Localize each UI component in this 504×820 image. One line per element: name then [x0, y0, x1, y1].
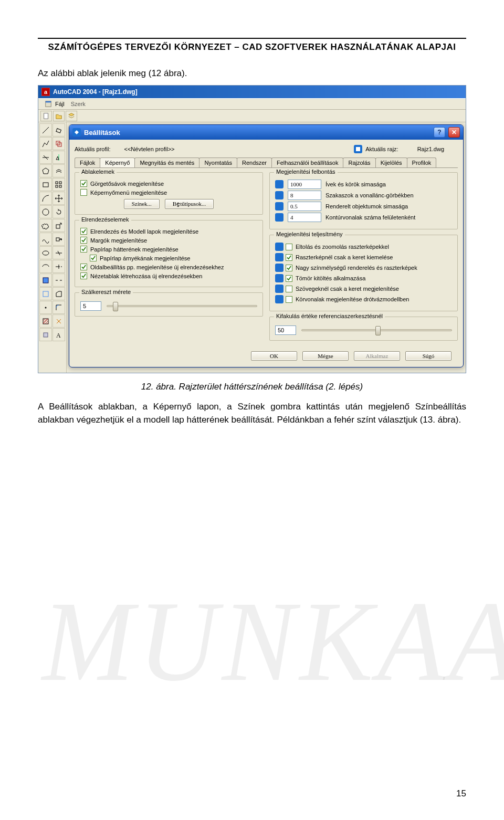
- extend-icon: [52, 260, 65, 273]
- explode-icon: [52, 314, 65, 328]
- doc-header-title: SZÁMÍTÓGÉPES TERVEZŐI KÖRNYEZET – CAD SZ…: [38, 42, 466, 52]
- tab-kepernyo[interactable]: Képernyő: [100, 157, 135, 168]
- chk-perf2[interactable]: [286, 254, 292, 261]
- chk-layout6[interactable]: [80, 272, 87, 279]
- tab-kijeloles[interactable]: Kijelölés: [375, 157, 407, 167]
- mirror-icon: [52, 151, 65, 164]
- res-icon-4: [275, 213, 284, 222]
- svg-rect-2: [44, 113, 48, 119]
- dialog-title-text: Beállítások: [84, 129, 120, 136]
- apply-button[interactable]: Alkalmaz: [354, 351, 400, 361]
- rotate-icon: [52, 205, 65, 218]
- perf-icon-2: [275, 253, 284, 261]
- res-input-3[interactable]: 0.5: [288, 202, 321, 211]
- group-layout-elements: Elrendezéselemek Elrendezés és Modell la…: [75, 220, 263, 287]
- acad-toolbar: [38, 110, 466, 122]
- toolbar-layers-icon: [66, 111, 77, 121]
- toolbar-new-icon: [40, 111, 52, 121]
- crosshair-input[interactable]: 5: [80, 301, 101, 311]
- tab-rendszer[interactable]: Rendszer: [237, 157, 272, 167]
- drawing-icon: [354, 145, 362, 153]
- chk-perf2-label: Raszterképnél csak a keret kiemelése: [296, 254, 393, 260]
- svg-rect-17: [43, 278, 48, 283]
- chk-scrollbars[interactable]: [80, 180, 87, 187]
- active-drawing-label: Aktuális rajz:: [365, 146, 398, 152]
- ok-button[interactable]: OK: [251, 351, 297, 361]
- fade-input[interactable]: 50: [275, 325, 296, 335]
- ellipse-arc-icon: [39, 260, 52, 273]
- fonts-button[interactable]: Be̱tűtípusok...: [165, 199, 214, 209]
- fade-slider[interactable]: [301, 329, 452, 331]
- chk-perf3[interactable]: [286, 265, 292, 271]
- tab-fajlok[interactable]: Fájlok: [75, 157, 100, 167]
- acad-window-title: AutoCAD 2004 - [Rajz1.dwg]: [53, 88, 138, 96]
- text-A-icon: A: [52, 328, 65, 341]
- res-input-2[interactable]: 8: [288, 191, 321, 200]
- res-label-3: Renderelt objektumok simasága: [326, 203, 452, 209]
- revision-cloud-icon: [39, 219, 52, 232]
- acad-window-titlebar: a AutoCAD 2004 - [Rajz1.dwg]: [38, 86, 466, 98]
- chk-perf6-label: Körvonalak megjelenítése drótvázmodellbe…: [296, 296, 409, 302]
- group-resolution: Megjelenítési felbontás 1000Ívek és körö…: [269, 172, 458, 229]
- svg-point-16: [43, 251, 49, 255]
- chk-layout5[interactable]: [80, 264, 87, 270]
- tab-rajzolas[interactable]: Rajzolás: [343, 157, 375, 167]
- chk-perf5-label: Szövegeknél csak a keret megjelenítése: [296, 286, 399, 292]
- fillet-icon: [52, 301, 65, 314]
- crosshair-slider[interactable]: [107, 305, 257, 307]
- svg-point-13: [43, 209, 49, 215]
- screenshot-figure: a AutoCAD 2004 - [Rajz1.dwg] Fájl Szerk: [38, 85, 466, 373]
- make-block-icon: [39, 287, 52, 300]
- chk-layout2[interactable]: [80, 237, 87, 244]
- tab-profilok[interactable]: Profilok: [407, 157, 437, 167]
- group-performance-title: Megjelenítési teljesítmény: [274, 231, 345, 237]
- res-label-4: Kontúrvonalak száma felületenként: [326, 214, 452, 220]
- perf-icon-3: [275, 264, 284, 272]
- res-input-4[interactable]: 4: [288, 213, 321, 222]
- offset-icon: [52, 164, 65, 177]
- hatch-icon: [39, 314, 52, 328]
- chk-perf1-label: Eltolás és zoomolás raszterképekkel: [296, 244, 389, 250]
- crosshair-slider-thumb[interactable]: [113, 302, 118, 311]
- tab-nyomtatas[interactable]: Nyomtatás: [199, 157, 237, 167]
- group-crosshair-title: Szálkereszt mérete: [79, 289, 133, 295]
- svg-rect-9: [56, 182, 58, 184]
- intro-text: Az alábbi ablak jelenik meg (12 ábra).: [38, 68, 466, 79]
- perf-icon-6: [275, 295, 284, 303]
- chamfer-icon: [52, 287, 65, 300]
- rectangle-icon: [39, 178, 52, 191]
- res-label-1: Ívek és körök simasága: [326, 181, 452, 187]
- perf-icon-4: [275, 274, 284, 282]
- tab-megnyitas[interactable]: Megnyitás és mentés: [134, 157, 200, 167]
- chk-screenmenu[interactable]: [80, 189, 87, 196]
- group-fade: Kifakulás értéke referenciaszerkesztésné…: [269, 317, 458, 341]
- chk-scrollbars-label: Görgetősávok megjelenítése: [90, 181, 164, 187]
- chk-perf6[interactable]: [286, 296, 292, 303]
- cancel-button[interactable]: Mégse: [302, 351, 349, 361]
- svg-rect-10: [59, 182, 61, 184]
- construction-line-icon: [39, 151, 52, 164]
- chk-layout1[interactable]: [80, 228, 87, 235]
- chk-layout4[interactable]: [90, 255, 97, 261]
- chk-perf4[interactable]: [286, 275, 292, 282]
- svg-line-3: [43, 127, 49, 133]
- insert-block-icon: [39, 274, 52, 287]
- erase-icon: [52, 123, 65, 136]
- dialog-titlebar: Beállítások ? ✕: [69, 125, 463, 140]
- chk-perf4-label: Tömör kitöltés alkalmazása: [296, 275, 365, 281]
- chk-layout3[interactable]: [80, 246, 87, 253]
- chk-perf1[interactable]: [286, 244, 292, 250]
- window-close-button[interactable]: ✕: [448, 127, 460, 138]
- help-button[interactable]: Súgó: [405, 351, 452, 361]
- window-help-button[interactable]: ?: [434, 127, 445, 138]
- watermark-text: MUNKAA: [42, 575, 504, 707]
- figure-caption: 12. ábra. Rajzterület háttérszínének beá…: [38, 382, 466, 392]
- dialog-app-icon: [72, 128, 81, 136]
- tab-felhasznaloi[interactable]: Felhasználói beállítások: [271, 157, 343, 167]
- fade-slider-thumb[interactable]: [375, 326, 381, 335]
- colors-button[interactable]: Színek...: [124, 199, 160, 209]
- chk-perf5[interactable]: [286, 286, 292, 292]
- ellipse-icon: [39, 246, 52, 259]
- res-input-1[interactable]: 1000: [288, 180, 321, 189]
- svg-rect-12: [59, 185, 61, 187]
